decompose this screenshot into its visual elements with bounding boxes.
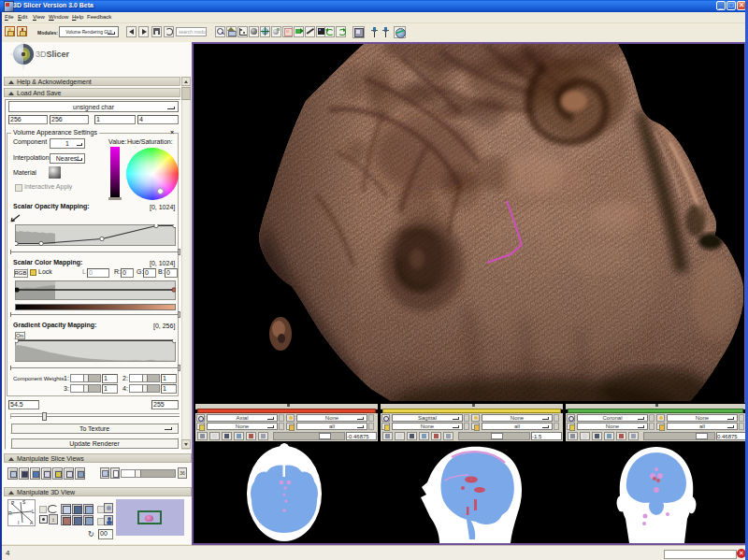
svg-text:I: I [18, 520, 19, 525]
svg-text:L: L [32, 509, 35, 514]
svg-text:R: R [8, 510, 12, 516]
